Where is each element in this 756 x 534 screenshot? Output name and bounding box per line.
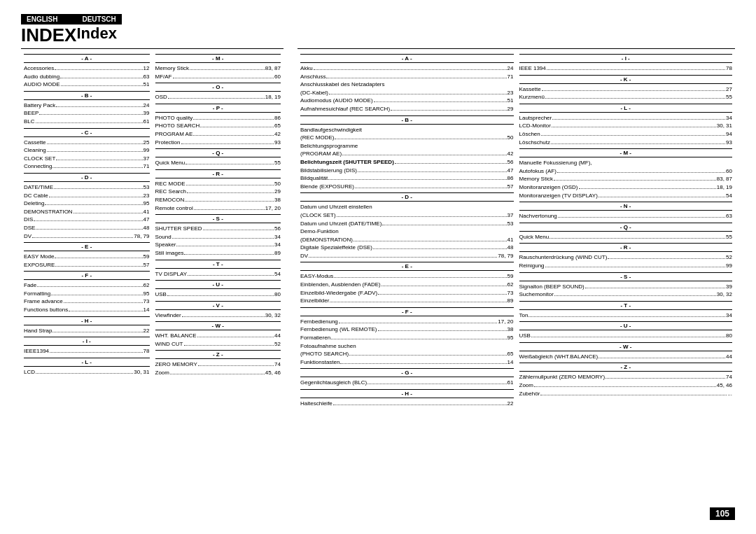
entry-number: 55 [726, 233, 732, 241]
entry-dots [64, 302, 143, 303]
list-item: Kurzmenü55 [519, 93, 733, 101]
entry-number: 50 [274, 180, 281, 188]
entry-name: Datum und Uhrzeit einstellen [300, 203, 372, 211]
list-item: DSE48 [24, 224, 150, 232]
entry-dots [373, 248, 507, 249]
entry-dots [368, 383, 506, 384]
section-header: - E - [24, 242, 150, 251]
entry-dots [558, 216, 725, 218]
entry-name: Blende (EXPOSURE) [300, 183, 354, 191]
entry-dots [579, 188, 716, 189]
entry-dots [545, 97, 725, 99]
list-item: Löschschutz93 [519, 139, 733, 147]
entry-dots [608, 258, 725, 259]
index-title-left: INDEX [21, 26, 76, 44]
entry-name: Connecting [24, 162, 52, 171]
entry-name: REC Search [155, 188, 186, 196]
entry-name: Einblenden, Ausblenden (FADE) [300, 281, 381, 289]
entry-number: 83, 87 [717, 175, 732, 183]
entry-dots [36, 228, 142, 230]
entry-name: Monitoranzeigen (OSD) [519, 183, 578, 192]
entry-dots [37, 286, 142, 287]
section-header: - W - [519, 342, 733, 351]
entry-number: 56 [274, 225, 281, 233]
section-header: - Z - [155, 350, 281, 359]
entry-name: Zählernullpunkt (ZERO MEMORY) [519, 373, 606, 381]
list-item: ZERO MEMORY74 [155, 360, 281, 369]
section-header: - D - [24, 173, 150, 182]
list-item: Battery Pack24 [24, 101, 150, 110]
entry-dots [193, 118, 274, 120]
entry-name: Formatting [24, 290, 50, 298]
entry-number: 59 [144, 253, 150, 261]
entry-dots [329, 93, 507, 94]
section-header: - O - [155, 83, 281, 92]
list-item: Frame advance73 [24, 297, 150, 306]
entry-name: PROGRAM AE [155, 130, 193, 139]
entry-dots [47, 150, 143, 152]
list-item: EXPOSURE57 [24, 261, 150, 269]
entry-number: 74 [274, 360, 281, 369]
list-item: Nachvertonung63 [519, 212, 733, 220]
entry-name: MF/AF [155, 73, 172, 81]
list-item: DV78, 79 [300, 252, 514, 260]
entry-number: 71 [144, 162, 150, 171]
section-header: - B - [24, 91, 150, 100]
list-item: Autofokus (AF)60 [519, 167, 733, 176]
entry-name: Aufnahmesuichlauf (REC SEARCH) [300, 105, 390, 113]
deutsch-index: - A -Akku24Anschluss71Anschlusskabel des… [298, 48, 735, 408]
entry-dots [531, 336, 725, 337]
entry-name: Digitale Spezialeffekte (DSE) [300, 244, 372, 252]
entry-dots [382, 285, 507, 286]
list-item: EASY-Modus59 [300, 272, 514, 281]
entry-name: Ton [519, 311, 528, 320]
entry-number: 23 [507, 89, 514, 97]
entry-number: 99 [144, 146, 150, 155]
entry-number: 41 [144, 208, 150, 216]
entry-dots [340, 363, 506, 364]
list-item: Monitoranzeigen (OSD)18, 19 [519, 183, 733, 192]
entry-dots [167, 295, 274, 296]
entry-dots [554, 179, 716, 181]
section-header: - W - [155, 321, 281, 330]
entry-number: 95 [144, 199, 150, 208]
entry-dots [32, 237, 133, 238]
entry-name: Löschen [519, 130, 540, 139]
entry-number: 62 [144, 281, 150, 290]
entry-number: 65 [274, 122, 281, 130]
list-item: Formatieren95 [300, 334, 514, 342]
entry-name: Kassette [519, 85, 541, 94]
entry-name: Hand Strap [24, 327, 52, 335]
entry-name: WIND CUT [155, 340, 183, 349]
entry-number: 30, 31 [134, 368, 149, 377]
entry-number: 17, 20 [498, 318, 513, 326]
section-header: - I - [519, 54, 733, 63]
entry-dots [182, 316, 265, 317]
entry-name: ZERO MEMORY [155, 360, 197, 369]
entry-number: 55 [726, 93, 732, 101]
index-title-right: Index [76, 26, 116, 41]
section-header: - N - [519, 202, 733, 211]
entry-number: 53 [144, 183, 150, 192]
section-header: - U - [519, 321, 733, 330]
entry-number: 38 [274, 196, 281, 204]
list-item: Akku24 [300, 64, 514, 73]
entry-name: Viewfinder [155, 311, 181, 320]
entry-name: Funktionstasten [300, 358, 340, 367]
section-header: - B - [300, 115, 514, 125]
entry-dots [55, 257, 142, 258]
list-item: LCD-Monitor30, 31 [519, 122, 733, 130]
entry-dots [354, 240, 507, 241]
section-header: - S - [155, 214, 281, 223]
entry-dots [197, 336, 274, 337]
list-item: Kassette27 [519, 85, 733, 94]
english-badge: ENGLISH [21, 14, 76, 24]
list-item: Aufnahmesuichlauf (REC SEARCH)29 [300, 105, 514, 113]
list-item: IEEE139478 [24, 347, 150, 356]
entry-number: 94 [726, 130, 732, 139]
entry-number: 37 [507, 211, 514, 220]
entry-name: Memory Stick [519, 175, 553, 183]
section-header: - P - [155, 104, 281, 113]
page-header: ENGLISH INDEX DEUTSCH Index [21, 14, 735, 44]
entry-name: Still images [155, 249, 184, 258]
